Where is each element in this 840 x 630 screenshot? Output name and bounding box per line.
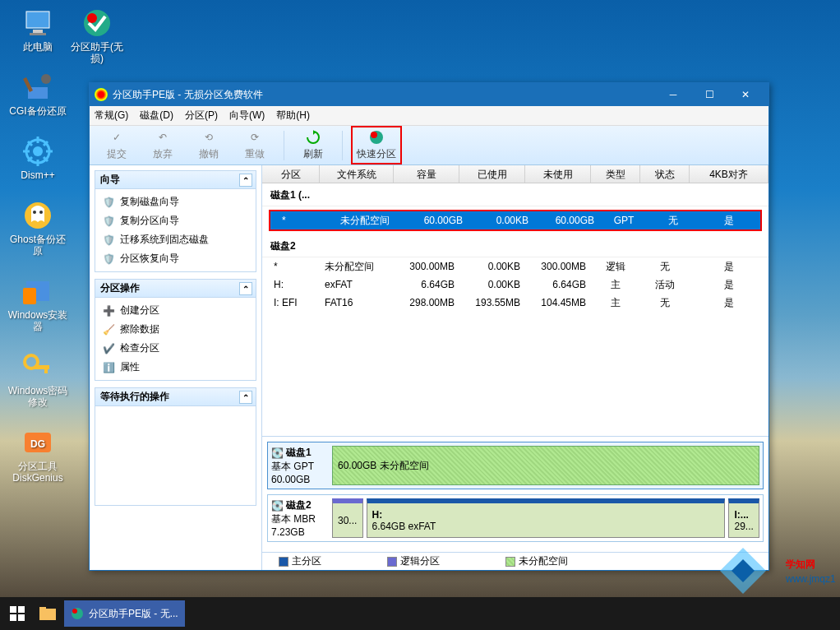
col-4kb[interactable]: 4KB对齐 <box>690 165 768 183</box>
col-type[interactable]: 类型 <box>591 165 640 183</box>
tb-label: 提交 <box>107 147 127 161</box>
svg-text:学知网: 学知网 <box>786 558 815 570</box>
svg-point-17 <box>39 211 43 214</box>
col-fs[interactable]: 文件系统 <box>320 165 394 183</box>
desktop-icons-col1: 此电脑 CGI备份还原 Dism++ Ghost备份还原 Windows安装器 … <box>7 7 69 484</box>
computer-icon <box>21 7 54 39</box>
collapse-button[interactable]: ⌃ <box>239 282 252 295</box>
disk-map-2[interactable]: 💽磁盘2 基本 MBR 7.23GB 30... H:6.64GB exFAT … <box>267 494 764 542</box>
desktop-icon-dism[interactable]: Dism++ <box>7 135 69 181</box>
icon-label: 此电脑 <box>23 41 53 53</box>
quick-icon <box>368 129 385 146</box>
toolbar-commit[interactable]: ✓提交 <box>96 129 137 161</box>
icon-label: Ghost备份还原 <box>7 234 69 257</box>
panel-header: 等待执行的操作⌃ <box>95 388 256 406</box>
col-status[interactable]: 状态 <box>640 165 690 183</box>
sidebar-item-properties[interactable]: ℹ️属性 <box>97 358 254 377</box>
highlight-row: * 未分配空间 60.00GB 0.00KB 60.00GB GPT 无 是 <box>269 210 762 231</box>
discard-icon: ↶ <box>155 129 171 146</box>
svg-point-6 <box>33 146 43 156</box>
desktop-icon-computer[interactable]: 此电脑 <box>7 7 69 53</box>
maximize-button[interactable]: ☐ <box>691 84 727 105</box>
partition-bar[interactable]: H:6.64GB exFAT <box>367 498 726 538</box>
table-row[interactable]: I: EFI FAT16 298.00MB 193.55MB 104.45MB … <box>262 294 768 312</box>
menu-disk[interactable]: 磁盘(D) <box>140 109 173 123</box>
menu-partition[interactable]: 分区(P) <box>185 109 218 123</box>
sidebar-item-copy-disk[interactable]: 🛡️复制磁盘向导 <box>97 192 254 211</box>
panel-header: 分区操作⌃ <box>95 280 256 298</box>
col-size[interactable]: 容量 <box>394 165 459 183</box>
swatch-icon <box>279 557 288 567</box>
content-area: 向导⌃ 🛡️复制磁盘向导 🛡️复制分区向导 🛡️迁移系统到固态磁盘 🛡️分区恢复… <box>90 165 768 570</box>
redo-icon: ⟳ <box>247 129 263 146</box>
taskbar-app[interactable]: 分区助手PE版 - 无... <box>64 600 185 627</box>
desktop-icon-cgi[interactable]: CGI备份还原 <box>7 71 69 117</box>
desktop-icon-diskgenius[interactable]: DG 分区工具DiskGenius <box>7 426 69 484</box>
partition-bar-unalloc[interactable]: 60.00GB 未分配空间 <box>332 446 759 485</box>
menu-wizard[interactable]: 向导(W) <box>229 109 265 123</box>
toolbar-quick-partition[interactable]: 快速分区 <box>356 129 397 161</box>
desktop-icon-partassist[interactable]: 分区助手(无损) <box>66 7 128 64</box>
tb-label: 撤销 <box>199 147 219 161</box>
toolbar-discard[interactable]: ↶放弃 <box>142 129 183 161</box>
col-partition[interactable]: 分区 <box>262 165 320 183</box>
partition-bar[interactable]: I:...29... <box>728 498 759 538</box>
sidebar-item-copy-partition[interactable]: 🛡️复制分区向导 <box>97 211 254 230</box>
taskbar-explorer[interactable] <box>33 600 62 627</box>
menu-general[interactable]: 常规(G) <box>95 109 128 123</box>
sidebar-item-check[interactable]: ✔️检查分区 <box>97 339 254 358</box>
svg-text:DG: DG <box>30 438 45 450</box>
svg-rect-1 <box>33 30 43 33</box>
disk-group-2[interactable]: 磁盘2 <box>262 234 768 257</box>
svg-rect-22 <box>44 365 48 373</box>
wizard-icon: 🛡️ <box>102 196 115 209</box>
highlight-box: 快速分区 <box>351 126 402 164</box>
app-icon <box>95 88 108 101</box>
collapse-button[interactable]: ⌃ <box>239 391 252 404</box>
svg-point-40 <box>72 609 77 614</box>
disk-map-1[interactable]: 💽磁盘1 基本 GPT 60.00GB 60.00GB 未分配空间 <box>267 442 764 489</box>
icon-label: CGI备份还原 <box>9 105 66 117</box>
minimize-button[interactable]: ─ <box>655 84 691 105</box>
col-used[interactable]: 已使用 <box>459 165 525 183</box>
table-row[interactable]: * 未分配空间 300.00MB 0.00KB 300.00MB 逻辑 无 是 <box>262 257 768 276</box>
start-button[interactable] <box>3 600 31 627</box>
svg-rect-35 <box>10 614 16 621</box>
svg-point-4 <box>41 74 51 84</box>
sidebar-item-recover[interactable]: 🛡️分区恢复向导 <box>97 249 254 268</box>
toolbar-undo[interactable]: ⟲撤销 <box>188 129 229 161</box>
desktop-icon-ghost[interactable]: Ghost备份还原 <box>7 199 69 257</box>
legend-primary: 主分区 <box>279 554 321 568</box>
desktop-icon-winsetup[interactable]: Windows安装器 <box>7 275 69 332</box>
svg-point-16 <box>33 211 36 214</box>
undo-icon: ⟲ <box>201 129 217 146</box>
sidebar-item-migrate-ssd[interactable]: 🛡️迁移系统到固态磁盘 <box>97 230 254 249</box>
titlebar[interactable]: 分区助手PE版 - 无损分区免费软件 ─ ☐ ✕ <box>90 83 768 106</box>
toolbar: ✓提交 ↶放弃 ⟲撤销 ⟳重做 刷新 快速分区 <box>90 126 768 165</box>
check-icon: ✔️ <box>102 342 115 355</box>
icon-label: Windows密码修改 <box>7 385 69 408</box>
grid-header: 分区 文件系统 容量 已使用 未使用 类型 状态 4KB对齐 <box>262 165 768 183</box>
desktop-icon-winpwd[interactable]: Windows密码修改 <box>7 350 69 408</box>
menu-help[interactable]: 帮助(H) <box>276 109 310 123</box>
table-row[interactable]: H: exFAT 6.64GB 0.00KB 6.64GB 主 活动 是 <box>262 276 768 294</box>
collapse-button[interactable]: ⌃ <box>239 174 252 187</box>
toolbar-redo[interactable]: ⟳重做 <box>234 129 275 161</box>
panel-wizard: 向导⌃ 🛡️复制磁盘向导 🛡️复制分区向导 🛡️迁移系统到固态磁盘 🛡️分区恢复… <box>95 170 256 272</box>
partition-bar[interactable]: 30... <box>332 498 363 538</box>
grid-body: 磁盘1 (... * 未分配空间 60.00GB 0.00KB 60.00GB … <box>262 183 768 436</box>
wizard-icon: 🛡️ <box>102 215 115 228</box>
main-area: 分区 文件系统 容量 已使用 未使用 类型 状态 4KB对齐 磁盘1 (... … <box>262 165 768 570</box>
svg-text:www.jmqz1000.com: www.jmqz1000.com <box>785 573 835 585</box>
sidebar-item-create[interactable]: ➕创建分区 <box>97 301 254 320</box>
table-row[interactable]: * 未分配空间 60.00GB 0.00KB 60.00GB GPT 无 是 <box>270 211 760 229</box>
close-button[interactable]: ✕ <box>727 84 764 105</box>
toolbar-refresh[interactable]: 刷新 <box>293 129 334 161</box>
disk-group-1[interactable]: 磁盘1 (... <box>262 183 768 206</box>
sidebar-item-wipe[interactable]: 🧹擦除数据 <box>97 320 254 339</box>
col-free[interactable]: 未使用 <box>525 165 591 183</box>
sidebar: 向导⌃ 🛡️复制磁盘向导 🛡️复制分区向导 🛡️迁移系统到固态磁盘 🛡️分区恢复… <box>90 165 262 570</box>
legend: 主分区 逻辑分区 未分配空间 <box>262 552 768 570</box>
tb-label: 刷新 <box>303 147 323 161</box>
key-icon <box>21 350 54 383</box>
